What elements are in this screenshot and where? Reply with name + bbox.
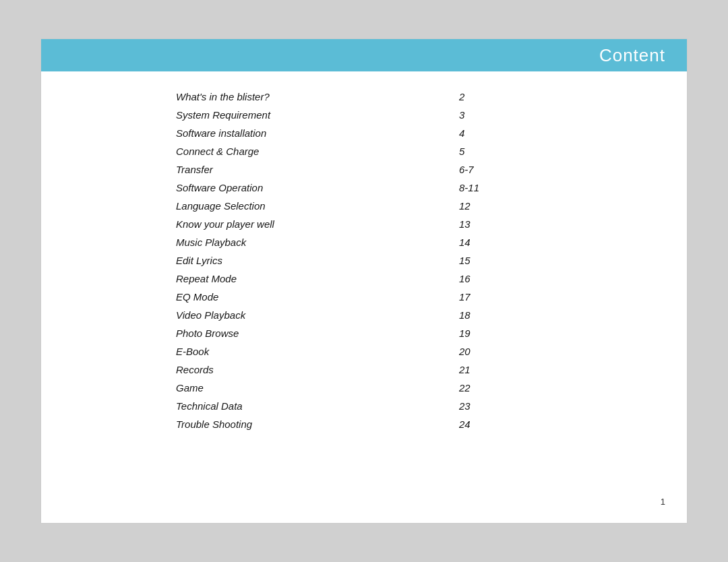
toc-item-page: 14 [446, 233, 633, 251]
toc-row: Music Playback14 [176, 233, 633, 251]
toc-item-page: 24 [446, 415, 633, 433]
toc-row: Technical Data23 [176, 397, 633, 415]
toc-item-label: Connect & Charge [176, 142, 446, 160]
toc-item-label: Game [176, 379, 446, 397]
toc-row: Edit Lyrics15 [176, 251, 633, 270]
toc-row: Language Selection12 [176, 197, 633, 215]
toc-row: Transfer6-7 [176, 160, 633, 179]
toc-item-label: Transfer [176, 160, 446, 179]
toc-item-page: 17 [446, 288, 633, 306]
page-number: 1 [661, 497, 665, 507]
toc-item-page: 22 [446, 379, 633, 397]
toc-item-page: 18 [446, 306, 633, 324]
toc-item-label: What's in the blister? [176, 88, 446, 106]
toc-item-label: Edit Lyrics [176, 251, 446, 270]
toc-item-page: 6-7 [446, 160, 633, 179]
toc-item-label: System Requirement [176, 106, 446, 124]
toc-row: What's in the blister?2 [176, 88, 633, 106]
toc-item-page: 13 [446, 215, 633, 233]
toc-item-label: Music Playback [176, 233, 446, 251]
toc-item-label: Records [176, 361, 446, 379]
toc-item-page: 4 [446, 124, 633, 142]
toc-item-label: Know your player well [176, 215, 446, 233]
page-container: Content What's in the blister?2System Re… [40, 38, 688, 524]
toc-row: Connect & Charge5 [176, 142, 633, 160]
toc-row: Software Operation8-11 [176, 179, 633, 197]
toc-item-label: E-Book [176, 342, 446, 361]
toc-row: System Requirement3 [176, 106, 633, 124]
toc-row: Game22 [176, 379, 633, 397]
toc-item-page: 3 [446, 106, 633, 124]
content-area: What's in the blister?2System Requiremen… [41, 71, 687, 523]
toc-item-page: 5 [446, 142, 633, 160]
toc-item-page: 8-11 [446, 179, 633, 197]
toc-item-page: 12 [446, 197, 633, 215]
toc-item-page: 2 [446, 88, 633, 106]
toc-row: Trouble Shooting24 [176, 415, 633, 433]
toc-item-page: 19 [446, 324, 633, 342]
toc-item-page: 21 [446, 361, 633, 379]
toc-item-label: Language Selection [176, 197, 446, 215]
toc-row: E-Book20 [176, 342, 633, 361]
toc-item-label: EQ Mode [176, 288, 446, 306]
toc-item-page: 16 [446, 270, 633, 288]
toc-item-label: Trouble Shooting [176, 415, 446, 433]
toc-row: Records21 [176, 361, 633, 379]
toc-item-label: Technical Data [176, 397, 446, 415]
toc-row: Repeat Mode16 [176, 270, 633, 288]
toc-item-page: 23 [446, 397, 633, 415]
toc-item-label: Software Operation [176, 179, 446, 197]
header-bar: Content [41, 39, 687, 71]
toc-row: Software installation4 [176, 124, 633, 142]
toc-row: Video Playback18 [176, 306, 633, 324]
toc-item-label: Video Playback [176, 306, 446, 324]
toc-row: Photo Browse19 [176, 324, 633, 342]
toc-row: EQ Mode17 [176, 288, 633, 306]
toc-item-label: Photo Browse [176, 324, 446, 342]
toc-row: Know your player well13 [176, 215, 633, 233]
toc-item-page: 15 [446, 251, 633, 270]
toc-item-label: Software installation [176, 124, 446, 142]
toc-item-label: Repeat Mode [176, 270, 446, 288]
toc-item-page: 20 [446, 342, 633, 361]
toc-table: What's in the blister?2System Requiremen… [176, 88, 633, 433]
page-title: Content [599, 45, 665, 66]
